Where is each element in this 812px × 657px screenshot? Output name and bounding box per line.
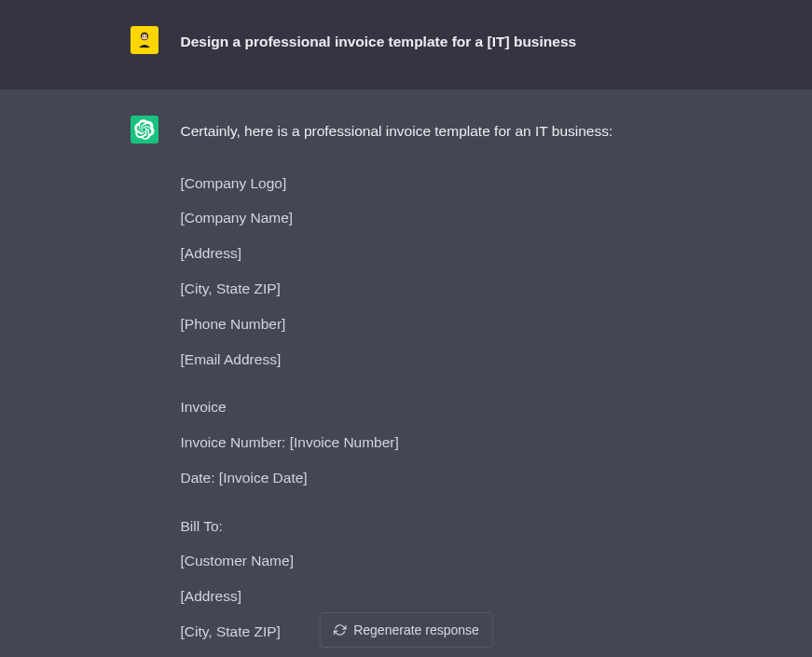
response-intro: Certainly, here is a professional invoic…	[181, 119, 695, 144]
invoice-number-line: Invoice Number: [Invoice Number]	[181, 428, 695, 458]
company-phone-line: [Phone Number]	[181, 309, 695, 339]
openai-logo-icon	[134, 119, 155, 140]
assistant-message-inner: Certainly, here is a professional invoic…	[62, 116, 751, 657]
company-email-line: [Email Address]	[181, 345, 695, 375]
user-prompt-text: Design a professional invoice template f…	[181, 26, 695, 54]
invoice-header-block: Invoice Invoice Number: [Invoice Number]…	[181, 392, 695, 492]
svg-point-1	[141, 34, 146, 40]
regenerate-button[interactable]: Regenerate response	[319, 612, 493, 648]
invoice-date-line: Date: [Invoice Date]	[181, 463, 695, 493]
user-avatar	[131, 26, 158, 54]
company-name-line: [Company Name]	[181, 203, 695, 233]
customer-name-line: [Customer Name]	[181, 546, 695, 576]
customer-phone-line: [Phone Number]	[181, 652, 695, 657]
svg-point-2	[142, 35, 143, 36]
bill-to-line: Bill To:	[181, 512, 695, 541]
svg-point-3	[145, 35, 146, 36]
company-address-line: [Address]	[181, 239, 695, 268]
customer-address-line: [Address]	[181, 582, 695, 611]
user-message-inner: Design a professional invoice template f…	[62, 26, 751, 54]
regenerate-label: Regenerate response	[353, 623, 479, 637]
assistant-avatar	[131, 116, 158, 144]
assistant-message-row: Certainly, here is a professional invoic…	[0, 89, 812, 657]
company-city-line: [City, State ZIP]	[181, 274, 695, 304]
assistant-response-text: Certainly, here is a professional invoic…	[181, 116, 695, 657]
invoice-title-line: Invoice	[181, 392, 695, 422]
regenerate-icon	[333, 623, 346, 636]
company-block: [Company Logo] [Company Name] [Address] …	[181, 169, 695, 375]
user-message-row: Design a professional invoice template f…	[0, 0, 812, 89]
company-logo-line: [Company Logo]	[181, 169, 695, 198]
user-avatar-icon	[133, 29, 156, 51]
